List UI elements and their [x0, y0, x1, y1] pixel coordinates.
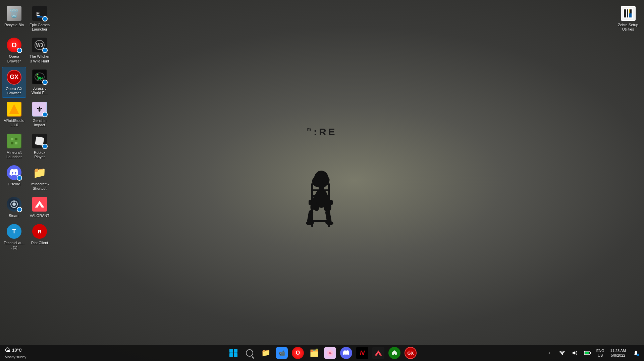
genshin-badge — [42, 112, 48, 117]
svg-rect-36 — [629, 9, 630, 13]
minecraft-label: Minecraft Launcher — [3, 150, 25, 159]
svg-rect-13 — [7, 134, 21, 148]
opera-gx-label: Opera GX Browser — [4, 87, 24, 95]
steam-label: Steam — [9, 214, 19, 218]
desktop-icon-valorant[interactable]: VALORANT — [28, 194, 52, 220]
desktop-icon-genshin[interactable]: ⚜ Genshin Impact — [28, 99, 52, 129]
discord-taskbar-icon — [340, 347, 352, 359]
taskbar-right: ∧ — [544, 345, 644, 361]
clock-area[interactable]: 11:23 AM 5/8/2022 — [608, 348, 629, 358]
windows-icon — [229, 349, 237, 357]
discord-label: Discord — [8, 182, 20, 186]
desktop-icon-opera-gx[interactable]: GX Opera GX Browser — [2, 67, 26, 98]
icon-row-2: O Opera Browser W3 The Witcher 3 Wild Hu… — [1, 34, 52, 66]
svg-rect-65 — [590, 352, 591, 354]
steam-icon — [6, 196, 22, 212]
notification-button[interactable] — [631, 348, 641, 358]
opera-taskbar-button[interactable]: O — [290, 346, 305, 360]
zebra-label: Zebra Setup Utilities — [617, 23, 639, 32]
battery-icon-button[interactable] — [582, 348, 593, 358]
re-main-text: :RE — [314, 126, 337, 138]
language-selector[interactable]: ENG US — [595, 348, 606, 358]
desktop-icon-roblox[interactable]: Roblox Player — [28, 131, 52, 161]
vroid-icon — [6, 101, 22, 117]
jurassic-label: Jurassic World E... — [29, 86, 50, 95]
wifi-icon-button[interactable] — [557, 348, 568, 358]
zoom-icon: 📹 — [276, 347, 288, 359]
anime-taskbar-button[interactable]: 🌸 — [323, 346, 337, 360]
svg-point-22 — [12, 202, 16, 206]
genshin-icon: ⚜ — [32, 101, 48, 117]
wallpaper-art: m :RE — [299, 126, 345, 235]
files-taskbar-button[interactable]: 🗂️ — [307, 346, 321, 360]
volume-icon-button[interactable] — [570, 348, 580, 358]
zoom-button[interactable]: 📹 — [274, 346, 289, 360]
weather-temp: 13°C — [12, 347, 22, 353]
taskbar-weather[interactable]: 🌤 13°C Mostly sunny — [3, 346, 28, 360]
svg-rect-2 — [37, 16, 43, 17]
re-prefix: m — [307, 126, 313, 131]
taskbar: 🌤 13°C Mostly sunny — [0, 345, 644, 361]
desktop-icon-epic-games[interactable]: E Epic Games Launcher — [28, 3, 52, 34]
desktop-icon-opera[interactable]: O Opera Browser — [2, 35, 26, 65]
file-explorer-button[interactable]: 📁 — [258, 346, 273, 360]
show-hidden-icons-button[interactable]: ∧ — [544, 348, 555, 358]
roblox-icon — [32, 133, 48, 149]
opera-taskbar-icon: O — [292, 347, 304, 359]
desktop-icon-discord[interactable]: Discord — [2, 163, 26, 193]
desktop-icon-witcher[interactable]: W3 The Witcher 3 Wild Hunt — [28, 35, 52, 65]
desktop-icon-technic[interactable]: T TechnicLau... (1) — [2, 221, 26, 252]
taskbar-center-apps: 📁 📹 O 🗂️ 🌸 — [226, 346, 418, 360]
notification-badge — [637, 354, 639, 356]
svg-rect-15 — [15, 138, 17, 140]
weather-icon: 🌤 — [5, 346, 11, 355]
witcher-icon: W3 — [32, 37, 48, 53]
discord-taskbar-button[interactable] — [339, 346, 354, 360]
file-explorer-icon: 📁 — [261, 349, 270, 357]
valorant-taskbar-button[interactable] — [371, 346, 386, 360]
riot-icon: R — [32, 223, 48, 239]
svg-text:R: R — [38, 229, 41, 234]
minecraft-shortcut-label: .minecraft - Shortcut — [29, 182, 50, 191]
svg-rect-41 — [311, 183, 313, 201]
jurassic-badge — [42, 80, 48, 85]
start-button[interactable] — [226, 346, 241, 360]
valorant-taskbar-icon — [372, 347, 384, 359]
desktop-icon-zebra[interactable]: Zebra Setup Utilities — [615, 3, 641, 34]
minecraft-shortcut-icon: 📁 — [32, 165, 48, 181]
desktop-icon-jurassic[interactable]: 🦕 Jurassic World E... — [28, 67, 52, 98]
xbox-taskbar-icon — [388, 347, 400, 359]
files-taskbar-icon: 🗂️ — [310, 349, 319, 357]
svg-rect-16 — [11, 142, 13, 144]
region-code: US — [598, 353, 603, 358]
weather-condition: Mostly sunny — [5, 355, 26, 360]
jurassic-icon: 🦕 — [32, 69, 48, 85]
svg-text:⚜: ⚜ — [36, 105, 43, 114]
epic-games-label: Epic Games Launcher — [29, 23, 50, 32]
zebra-icon — [620, 5, 636, 21]
svg-rect-32 — [624, 9, 626, 17]
desktop-icon-recycle-bin[interactable]: 🗑️ Recycle Bin — [2, 3, 26, 34]
svg-rect-33 — [627, 9, 628, 17]
clock-date: 5/8/2022 — [611, 353, 625, 358]
desktop-icon-steam[interactable]: Steam — [2, 194, 26, 220]
opera-icon: O — [6, 37, 22, 53]
valorant-icon — [32, 196, 48, 212]
icon-row-8: T TechnicLau... (1) R Riot Client — [1, 221, 52, 252]
opera-gx-taskbar-button[interactable]: GX — [403, 346, 418, 360]
riot-label: Riot Client — [31, 241, 48, 245]
recycle-bin-icon: 🗑️ — [6, 5, 22, 21]
roblox-badge — [42, 144, 48, 149]
netflix-taskbar-button[interactable]: N — [355, 346, 370, 360]
re-title-text: m :RE — [307, 126, 337, 138]
technic-icon: T — [6, 223, 22, 239]
epic-games-icon: E — [32, 5, 48, 21]
desktop: 🗑️ Recycle Bin E Epic Games Launcher — [0, 0, 644, 361]
search-button[interactable] — [242, 346, 257, 360]
xbox-taskbar-button[interactable] — [387, 346, 402, 360]
desktop-icon-minecraft[interactable]: Minecraft Launcher — [2, 131, 26, 161]
desktop-icon-minecraft-shortcut[interactable]: 📁 .minecraft - Shortcut — [28, 163, 52, 193]
clock-time: 11:23 AM — [610, 348, 626, 353]
desktop-icon-vroid[interactable]: VRoidStudio 1.1.0 — [2, 99, 26, 129]
desktop-icon-riot[interactable]: R Riot Client — [28, 221, 52, 252]
